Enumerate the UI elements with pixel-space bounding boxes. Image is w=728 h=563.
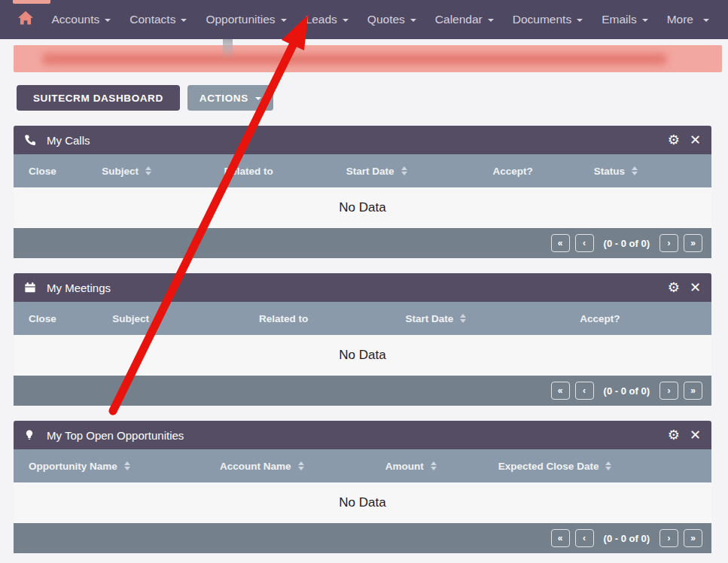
chevron-down-icon: [105, 19, 111, 22]
calendar-icon: [24, 282, 37, 294]
sort-icon: [124, 461, 130, 470]
gear-icon[interactable]: ⚙: [668, 133, 680, 147]
home-button[interactable]: [14, 5, 38, 35]
pager-prev-button[interactable]: ‹: [575, 529, 594, 547]
alert-banner: [14, 45, 722, 72]
sort-icon: [460, 314, 466, 323]
nav-item-quotes[interactable]: Quotes: [367, 13, 416, 26]
pager-next-button[interactable]: ›: [659, 234, 678, 252]
chevron-down-icon: [281, 19, 287, 22]
dashboard-toolbar: SUITECRM DASHBOARD ACTIONS: [17, 85, 711, 111]
dashlet-footer: « ‹ (0 - 0 of 0) › »: [14, 228, 711, 258]
dashlet-header[interactable]: My Top Open Opportunities ⚙ ✕: [14, 421, 711, 449]
column-close: Close: [14, 166, 87, 177]
nav-item-emails[interactable]: Emails: [602, 13, 648, 26]
column-accept: Accept?: [477, 166, 578, 177]
chevron-down-icon: [181, 19, 187, 22]
chevron-down-icon: [703, 19, 709, 22]
pager-last-button[interactable]: »: [684, 529, 702, 547]
column-status[interactable]: Status: [579, 166, 711, 177]
close-icon[interactable]: ✕: [690, 281, 701, 294]
column-expected-close-date[interactable]: Expected Close Date: [483, 461, 711, 472]
nav-item-leads[interactable]: Leads: [306, 13, 349, 26]
column-header-row: Close Subject Related to Start Date Acce…: [14, 154, 711, 187]
pager-prev-button[interactable]: ‹: [575, 382, 594, 400]
nav-item-documents[interactable]: Documents: [513, 13, 583, 26]
column-related-to: Related to: [244, 313, 391, 324]
dashlet-my-meetings: My Meetings ⚙ ✕ Close Subject Related to…: [14, 273, 711, 406]
pager-first-button[interactable]: «: [551, 529, 570, 547]
sort-icon: [298, 461, 304, 470]
sort-icon: [605, 461, 611, 470]
actions-button[interactable]: ACTIONS: [187, 85, 273, 111]
column-close: Close: [14, 313, 97, 324]
close-icon[interactable]: ✕: [690, 428, 701, 442]
active-tab-indicator: [13, 0, 50, 4]
column-start-date[interactable]: Start Date: [391, 313, 565, 324]
column-accept: Accept?: [565, 313, 711, 324]
nav-item-accounts[interactable]: Accounts: [51, 13, 111, 26]
nav-item-opportunities[interactable]: Opportunities: [206, 13, 286, 26]
chevron-down-icon: [488, 19, 494, 22]
dashlet-title: My Calls: [47, 134, 90, 147]
pagination: « ‹ (0 - 0 of 0) › »: [551, 529, 702, 547]
pager-last-button[interactable]: »: [684, 382, 702, 400]
sort-icon: [401, 166, 407, 175]
pager-status: (0 - 0 of 0): [604, 533, 650, 544]
pager-first-button[interactable]: «: [551, 234, 570, 252]
column-amount[interactable]: Amount: [370, 461, 483, 472]
dropdown-remnant: [223, 39, 233, 59]
column-account-name[interactable]: Account Name: [205, 461, 370, 472]
dashlet-header[interactable]: My Calls ⚙ ✕: [14, 126, 711, 154]
dashlet-footer: « ‹ (0 - 0 of 0) › »: [14, 376, 711, 406]
column-subject[interactable]: Subject: [97, 313, 244, 324]
no-data-text: No Data: [339, 348, 385, 363]
pager-last-button[interactable]: »: [684, 234, 702, 252]
close-icon[interactable]: ✕: [690, 133, 701, 147]
home-icon: [17, 10, 34, 29]
gear-icon[interactable]: ⚙: [668, 428, 680, 442]
nav-item-more[interactable]: More: [667, 13, 709, 26]
dashlet-header[interactable]: My Meetings ⚙ ✕: [14, 273, 711, 302]
pager-next-button[interactable]: ›: [659, 382, 678, 400]
sort-icon: [156, 314, 162, 323]
suitecrm-dashboard-button[interactable]: SUITECRM DASHBOARD: [17, 85, 180, 111]
empty-state: No Data: [14, 335, 711, 376]
chevron-down-icon: [343, 19, 349, 22]
top-navbar: Accounts Contacts Opportunities Leads Qu…: [0, 0, 728, 39]
nav-item-calendar[interactable]: Calendar: [435, 13, 494, 26]
pager-next-button[interactable]: ›: [659, 529, 678, 547]
redacted-alert-text: [42, 53, 667, 65]
column-related-to: Related to: [209, 166, 331, 177]
sort-icon: [145, 166, 151, 175]
pagination: « ‹ (0 - 0 of 0) › »: [551, 382, 702, 400]
chevron-down-icon: [410, 19, 416, 22]
dashlet-title: My Meetings: [47, 282, 111, 294]
nav-item-contacts[interactable]: Contacts: [129, 13, 187, 26]
chevron-down-icon: [642, 19, 648, 22]
dashlet-my-calls: My Calls ⚙ ✕ Close Subject Related to St…: [14, 126, 711, 258]
pager-status: (0 - 0 of 0): [604, 385, 650, 397]
no-data-text: No Data: [339, 200, 385, 215]
column-subject[interactable]: Subject: [87, 166, 209, 177]
column-opportunity-name[interactable]: Opportunity Name: [14, 461, 205, 472]
column-header-row: Opportunity Name Account Name Amount Exp…: [14, 449, 711, 482]
gear-icon[interactable]: ⚙: [668, 281, 680, 294]
lightbulb-icon: [24, 429, 37, 442]
pagination: « ‹ (0 - 0 of 0) › »: [551, 234, 702, 252]
phone-icon: [24, 134, 37, 147]
chevron-down-icon: [255, 97, 261, 100]
empty-state: No Data: [14, 482, 711, 523]
dashlet-my-top-open-opportunities: My Top Open Opportunities ⚙ ✕ Opportunit…: [14, 421, 711, 553]
dashlet-footer: « ‹ (0 - 0 of 0) › »: [14, 523, 711, 553]
column-header-row: Close Subject Related to Start Date Acce…: [14, 302, 711, 335]
column-start-date[interactable]: Start Date: [331, 166, 478, 177]
empty-state: No Data: [14, 187, 711, 228]
chevron-down-icon: [577, 19, 583, 22]
no-data-text: No Data: [339, 495, 385, 510]
pager-status: (0 - 0 of 0): [604, 238, 650, 249]
dashlet-title: My Top Open Opportunities: [47, 429, 184, 442]
pager-prev-button[interactable]: ‹: [575, 234, 594, 252]
sort-icon: [431, 461, 437, 470]
pager-first-button[interactable]: «: [551, 382, 570, 400]
